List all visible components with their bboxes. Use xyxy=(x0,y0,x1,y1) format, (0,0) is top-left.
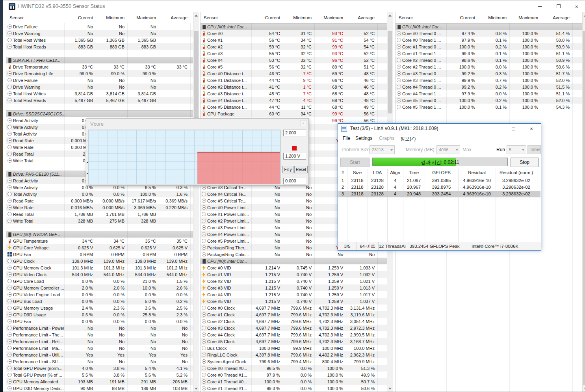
sensor-row[interactable]: Core #5 Distance t...44 °C11 °C68 °C49 °… xyxy=(201,104,393,110)
vertical-scrollbar[interactable] xyxy=(193,12,199,392)
sensor-row[interactable]: Core #2 Thread 0 ...98.6 %0.1 %100.0 %50… xyxy=(396,57,585,63)
sensor-row[interactable]: Core #3 Distance t...45 °C7 °C68 °C48 °C xyxy=(201,90,393,97)
column-header-maximum[interactable]: Maximum xyxy=(509,15,541,20)
column-header-average[interactable]: Average xyxy=(346,15,377,20)
sensor-row[interactable]: GPU D3D Memory Dedic...90 MB88 MB189 MB1… xyxy=(6,385,199,392)
popup-close-button[interactable]: x xyxy=(300,120,306,126)
scroll-up-button[interactable] xyxy=(583,12,585,19)
sensor-row[interactable]: GPU Memory Clock101.3 MHz101.3 MHz101.3 … xyxy=(6,264,199,271)
sensor-row[interactable]: Total Host Writes3,814 GB3,814 GB3,814 G… xyxy=(6,90,199,97)
run-select[interactable]: 5 xyxy=(507,145,526,154)
sensor-row[interactable]: Core #0 VID1.214 V0.745 V1.259 V1.033 V xyxy=(201,264,393,271)
sensor-row[interactable]: Core #5 VID1.215 V0.740 V1.259 V1.037 V xyxy=(201,298,393,305)
sensor-row[interactable]: Drive WarningNoNoNo xyxy=(6,30,199,37)
sensor-row[interactable]: Core #1 VID1.215 V0.740 V1.259 V1.032 V xyxy=(201,271,393,278)
sensor-row[interactable]: Total Host Writes1,365 GB1,365 GB1,365 G… xyxy=(6,37,199,43)
column-header-sensor[interactable]: Sensor xyxy=(396,15,446,20)
column-header-sensor[interactable]: Sensor xyxy=(201,15,251,20)
sensor-row[interactable]: Core #1 Thread 1 ...99.3 %0.1 %100.0 %51… xyxy=(396,50,585,57)
sensor-row[interactable]: Performance Limit - PowerNoNoNoNo xyxy=(6,325,199,331)
vertical-scrollbar[interactable] xyxy=(582,12,585,392)
sensor-row[interactable]: Write Total328 MB275 MB328 MB xyxy=(6,217,199,224)
sensor-row[interactable]: Core #4 VID1.215 V0.740 V1.259 V1.017 V xyxy=(201,291,393,298)
times-select[interactable]: Times xyxy=(527,145,541,154)
section-header-row[interactable]: S.M.A.R.T.: PH6-CE12... xyxy=(6,57,199,63)
sensor-row[interactable]: GPU Fan0 RPM0 RPM0 RPM0 RPM xyxy=(6,251,199,258)
sensor-row[interactable]: Core #1 Thread #1...99.3 %0.0 %100.0 %50… xyxy=(201,385,393,392)
problem-size-select[interactable]: 23118 xyxy=(370,145,395,154)
scroll-down-button[interactable] xyxy=(387,385,393,392)
sensor-row[interactable]: GPU Video Clock544.0 MHz544.0 MHz544.0 M… xyxy=(6,271,199,278)
sensor-row[interactable]: Core #0 Thread #0...96.5 %0.0 %100.0 %51… xyxy=(201,365,393,372)
linx-close-button[interactable]: × xyxy=(525,124,538,134)
linx-maximize-button[interactable] xyxy=(507,124,520,134)
sensor-row[interactable]: GPU D3D Usage0.6 %0.0 %25.8 %2.3 % xyxy=(6,311,199,318)
section-header-row[interactable]: Drive: SSD2SC240G1CS... xyxy=(6,110,199,117)
sensor-row[interactable]: GPU Temperature34 °C34 °C35 °C35 °C xyxy=(6,238,199,244)
close-button[interactable]: × xyxy=(568,0,585,12)
sensor-row[interactable]: Core #556 °C32 °C89 °C51 °C xyxy=(201,63,393,70)
sensor-row[interactable]: Performance Limit - SLI ...NoNoNoNo xyxy=(6,358,199,365)
sensor-row[interactable]: GPU Clock139.0 MHz139.0 MHz139.0 MHz139.… xyxy=(6,258,199,264)
sensor-row[interactable]: GPU Core Load0.0 %0.0 %21.0 %1.5 % xyxy=(6,278,199,284)
memory-select[interactable]: 4096 xyxy=(436,145,460,154)
sensor-row[interactable]: Core #1 Distance t...44 °C9 °C66 °C46 °C xyxy=(201,77,393,84)
sensor-row[interactable]: Core #2 VID1.215 V0.740 V1.259 V1.021 V xyxy=(201,278,393,284)
sensor-row[interactable]: Core #259 °C32 °C99 °C54 °C xyxy=(201,43,393,50)
sensor-row[interactable]: Core #3 VID1.215 V0.740 V1.259 V1.013 V xyxy=(201,284,393,291)
column-header-maximum[interactable]: Maximum xyxy=(314,15,346,20)
menu-item-graphs[interactable]: Graphs xyxy=(379,136,394,141)
sensor-row[interactable]: Core #0 Thread 0 ...97.4 %0.8 %100.0 %51… xyxy=(396,30,585,37)
sensor-row[interactable]: Core #156 °C34 °C91 °C54 °C xyxy=(201,37,393,43)
section-header-row[interactable]: CPU [#0]: Intel Cor... xyxy=(396,23,585,30)
scrollbar-thumb[interactable] xyxy=(583,31,585,385)
section-header-row[interactable]: CPU [#0]: Intel Cor... xyxy=(201,23,393,30)
sensor-row[interactable]: Core #0 Thread #1...97.9 %0.0 %100.0 %49… xyxy=(201,372,393,378)
menu-item-file[interactable]: File xyxy=(343,136,350,141)
sensor-row[interactable]: Performance Limit - Reli...NoNoNoNo xyxy=(6,338,199,345)
column-header-average[interactable]: Average xyxy=(541,15,572,20)
scroll-up-button[interactable] xyxy=(387,12,393,19)
sensor-row[interactable]: Performance Limit - Utili...YesYesYesYes xyxy=(6,351,199,358)
sensor-row[interactable]: Package/Ring Critic...NoNoNoNo xyxy=(201,251,393,258)
scrollbar-thumb[interactable] xyxy=(194,31,199,133)
sensor-row[interactable]: Total Activity0.0 %0.0 %100.0 %1.6 % xyxy=(6,191,199,197)
fit-y-button[interactable]: Fit y xyxy=(282,166,293,173)
sensor-row[interactable]: Core #4 Thread 1 ...97.9 %0.0 %100.0 %51… xyxy=(396,90,585,97)
column-header-current[interactable]: Current xyxy=(251,15,283,20)
sensor-row[interactable]: GPU Memory Allocated193 MB191 MB291 MB20… xyxy=(6,378,199,385)
sensor-row[interactable]: Bus Clock100.0 MHz99.9 MHz100.0 MHz100.0… xyxy=(201,345,393,351)
scroll-up-button[interactable] xyxy=(193,12,199,19)
sensor-row[interactable]: Core #5 Thread 1 ...100.0 %0.1 %100.0 %5… xyxy=(396,104,585,110)
sensor-row[interactable]: Core #2 Clock4,697.7 MHz799.6 MHz4,702.3… xyxy=(201,318,393,325)
sensor-row[interactable]: GPU Core Voltage0.625 V0.625 V0.625 V0.6… xyxy=(6,244,199,251)
sensor-row[interactable]: Core #4 Distance t...47 °C4 °C68 °C48 °C xyxy=(201,97,393,104)
sensor-row[interactable]: Ring/LLC Clock4,397.8 MHz799.6 MHz4,402.… xyxy=(201,351,393,358)
scroll-down-button[interactable] xyxy=(193,385,199,392)
current-value-box[interactable]: 1.200 V xyxy=(283,153,306,160)
y-max-input[interactable]: 2.000 xyxy=(283,130,306,136)
result-row[interactable]: 32311823128420.948393.24544.963916e-103.… xyxy=(338,191,540,197)
sensor-row[interactable]: Read Rate0.000 MB/s0.000 MB/s17.617 MB/s… xyxy=(6,197,199,204)
sensor-row[interactable]: Core #3 Clock4,697.7 MHz799.6 MHz4,702.3… xyxy=(201,325,393,331)
sensor-row[interactable]: Core #5 Clock4,697.7 MHz799.6 MHz4,702.3… xyxy=(201,338,393,345)
menu-item-info[interactable]: 정보(Z) xyxy=(400,136,416,142)
column-header-current[interactable]: Current xyxy=(446,15,478,20)
result-row[interactable]: 12311823128421.067391.03854.963916e-103.… xyxy=(338,177,540,184)
sensor-row[interactable]: Core #3 Thread 0 ...99.2 %0.3 %100.0 %51… xyxy=(396,70,585,77)
result-row[interactable]: 22311823128420.967392.89754.963916e-103.… xyxy=(338,184,540,191)
sensor-row[interactable]: Core #0 Distance t...46 °C7 °C69 °C48 °C xyxy=(201,70,393,77)
sensor-row[interactable]: System Agent Clock799.6 MHz799.4 MHz800.… xyxy=(201,358,393,365)
section-header-row[interactable]: GPU [#0]: NVIDIA GeF... xyxy=(6,231,199,238)
sensor-row[interactable]: Core #0 Clock4,697.7 MHz799.6 MHz4,702.3… xyxy=(201,305,393,311)
sensor-row[interactable]: Drive Temperature33 °C33 °C33 °C33 °C xyxy=(6,63,199,70)
linx-minimize-button[interactable] xyxy=(488,124,502,134)
sensor-row[interactable]: GPU Memory Controller ...2.0 %2.0 %10.0 … xyxy=(6,284,199,291)
column-header-current[interactable]: Current xyxy=(64,15,96,20)
sensor-row[interactable]: Drive Remaining Life99.0 %99.0 %99.0 % xyxy=(6,70,199,77)
sensor-row[interactable]: Total Host Reads883 GB883 GB883 GB xyxy=(6,43,199,50)
column-header-average[interactable]: Average xyxy=(159,15,190,20)
start-button[interactable]: Start xyxy=(340,158,370,167)
y-min-input[interactable]: 0.000 xyxy=(283,178,306,184)
sensor-row[interactable]: Core #2 Distance t...41 °C1 °C68 °C46 °C xyxy=(201,84,393,90)
